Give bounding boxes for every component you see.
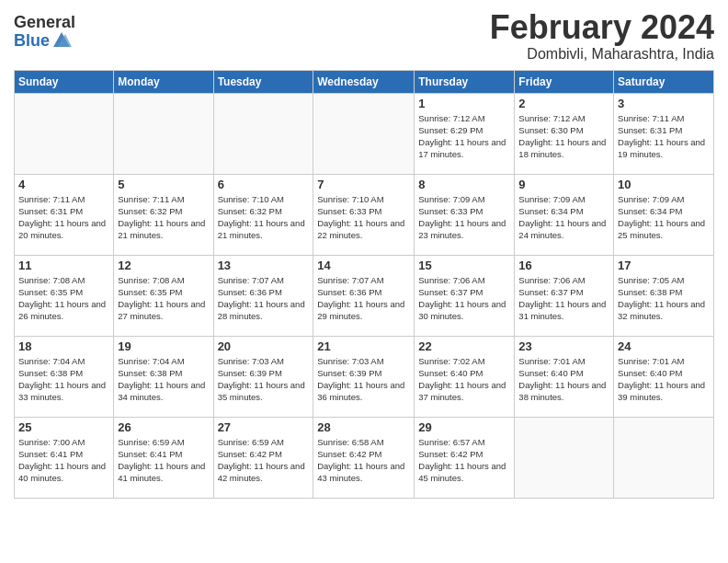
day-number: 4 [18,178,109,191]
day-info: Sunrise: 7:04 AMSunset: 6:38 PMDaylight:… [118,355,209,404]
day-number: 16 [518,259,609,272]
day-info: Sunrise: 7:12 AMSunset: 6:30 PMDaylight:… [518,112,609,161]
calendar-cell: 22Sunrise: 7:02 AMSunset: 6:40 PMDayligh… [415,336,515,417]
day-number: 23 [518,339,609,353]
day-number: 7 [317,178,410,191]
calendar-cell: 14Sunrise: 7:07 AMSunset: 6:36 PMDayligh… [313,255,415,336]
calendar-cell: 13Sunrise: 7:07 AMSunset: 6:36 PMDayligh… [213,255,313,336]
logo-icon [51,30,72,49]
day-number: 2 [518,97,609,110]
calendar-cell: 19Sunrise: 7:04 AMSunset: 6:38 PMDayligh… [114,336,213,417]
calendar-header-monday: Monday [114,70,213,93]
day-number: 18 [18,339,109,353]
calendar-cell [15,93,114,174]
day-number: 17 [618,259,710,272]
day-info: Sunrise: 7:12 AMSunset: 6:29 PMDaylight:… [418,112,510,161]
calendar-cell: 18Sunrise: 7:04 AMSunset: 6:38 PMDayligh… [15,336,114,417]
calendar-cell: 26Sunrise: 6:59 AMSunset: 6:41 PMDayligh… [114,417,213,498]
calendar-week-3: 11Sunrise: 7:08 AMSunset: 6:35 PMDayligh… [15,255,714,336]
day-info: Sunrise: 7:11 AMSunset: 6:31 PMDaylight:… [18,193,109,242]
logo-blue: Blue [14,32,50,51]
day-number: 8 [418,178,510,191]
day-number: 14 [317,259,410,272]
day-info: Sunrise: 7:03 AMSunset: 6:39 PMDaylight:… [218,355,310,404]
day-number: 20 [218,339,310,353]
calendar-cell [614,417,714,498]
calendar-table: SundayMondayTuesdayWednesdayThursdayFrid… [14,70,714,499]
calendar-cell: 5Sunrise: 7:11 AMSunset: 6:32 PMDaylight… [114,174,213,255]
day-number: 25 [18,420,109,434]
day-info: Sunrise: 7:02 AMSunset: 6:40 PMDaylight:… [418,355,510,404]
calendar-cell: 11Sunrise: 7:08 AMSunset: 6:35 PMDayligh… [15,255,114,336]
day-info: Sunrise: 7:10 AMSunset: 6:32 PMDaylight:… [218,193,310,242]
day-info: Sunrise: 7:11 AMSunset: 6:31 PMDaylight:… [618,112,710,161]
page-container: General Blue February 2024 Dombivli, Mah… [0,0,728,508]
day-number: 9 [518,178,609,191]
calendar-cell: 28Sunrise: 6:58 AMSunset: 6:42 PMDayligh… [313,417,415,498]
calendar-cell: 1Sunrise: 7:12 AMSunset: 6:29 PMDaylight… [415,93,515,174]
day-info: Sunrise: 7:09 AMSunset: 6:33 PMDaylight:… [418,193,510,242]
day-info: Sunrise: 7:07 AMSunset: 6:36 PMDaylight:… [218,274,310,323]
calendar-week-1: 1Sunrise: 7:12 AMSunset: 6:29 PMDaylight… [15,93,714,174]
calendar-cell: 16Sunrise: 7:06 AMSunset: 6:37 PMDayligh… [515,255,614,336]
calendar-cell: 23Sunrise: 7:01 AMSunset: 6:40 PMDayligh… [515,336,614,417]
calendar-cell: 21Sunrise: 7:03 AMSunset: 6:39 PMDayligh… [313,336,415,417]
calendar-cell: 10Sunrise: 7:09 AMSunset: 6:34 PMDayligh… [614,174,714,255]
day-number: 22 [418,339,510,353]
day-info: Sunrise: 6:58 AMSunset: 6:42 PMDaylight:… [317,436,410,485]
calendar-cell: 17Sunrise: 7:05 AMSunset: 6:38 PMDayligh… [614,255,714,336]
day-info: Sunrise: 7:08 AMSunset: 6:35 PMDaylight:… [18,274,109,323]
calendar-cell: 15Sunrise: 7:06 AMSunset: 6:37 PMDayligh… [415,255,515,336]
calendar-cell: 7Sunrise: 7:10 AMSunset: 6:33 PMDaylight… [313,174,415,255]
calendar-header-row: SundayMondayTuesdayWednesdayThursdayFrid… [15,70,714,93]
calendar-week-2: 4Sunrise: 7:11 AMSunset: 6:31 PMDaylight… [15,174,714,255]
day-info: Sunrise: 6:59 AMSunset: 6:41 PMDaylight:… [118,436,209,485]
subtitle: Dombivli, Maharashtra, India [490,46,714,63]
day-info: Sunrise: 7:01 AMSunset: 6:40 PMDaylight:… [518,355,609,404]
day-info: Sunrise: 7:11 AMSunset: 6:32 PMDaylight:… [118,193,209,242]
calendar-cell: 24Sunrise: 7:01 AMSunset: 6:40 PMDayligh… [614,336,714,417]
title-block: February 2024 Dombivli, Maharashtra, Ind… [490,9,714,63]
calendar-cell [213,93,313,174]
day-info: Sunrise: 6:59 AMSunset: 6:42 PMDaylight:… [218,436,310,485]
day-info: Sunrise: 7:01 AMSunset: 6:40 PMDaylight:… [618,355,710,404]
day-info: Sunrise: 7:08 AMSunset: 6:35 PMDaylight:… [118,274,209,323]
day-number: 27 [218,420,310,434]
day-number: 10 [618,178,710,191]
day-number: 5 [118,178,209,191]
day-info: Sunrise: 7:04 AMSunset: 6:38 PMDaylight:… [18,355,109,404]
calendar-cell: 6Sunrise: 7:10 AMSunset: 6:32 PMDaylight… [213,174,313,255]
calendar-header-tuesday: Tuesday [213,70,313,93]
day-number: 13 [218,259,310,272]
day-info: Sunrise: 7:09 AMSunset: 6:34 PMDaylight:… [518,193,609,242]
day-number: 24 [618,339,710,353]
logo: General Blue [14,14,75,51]
day-info: Sunrise: 7:06 AMSunset: 6:37 PMDaylight:… [518,274,609,323]
day-number: 26 [118,420,209,434]
calendar-cell [114,93,213,174]
day-info: Sunrise: 7:06 AMSunset: 6:37 PMDaylight:… [418,274,510,323]
day-info: Sunrise: 7:03 AMSunset: 6:39 PMDaylight:… [317,355,410,404]
day-info: Sunrise: 7:00 AMSunset: 6:41 PMDaylight:… [18,436,109,485]
day-number: 21 [317,339,410,353]
day-info: Sunrise: 7:05 AMSunset: 6:38 PMDaylight:… [618,274,710,323]
day-info: Sunrise: 7:07 AMSunset: 6:36 PMDaylight:… [317,274,410,323]
calendar-header-saturday: Saturday [614,70,714,93]
calendar-cell: 9Sunrise: 7:09 AMSunset: 6:34 PMDaylight… [515,174,614,255]
day-number: 12 [118,259,209,272]
calendar-header-sunday: Sunday [15,70,114,93]
calendar-cell: 8Sunrise: 7:09 AMSunset: 6:33 PMDaylight… [415,174,515,255]
calendar-cell: 25Sunrise: 7:00 AMSunset: 6:41 PMDayligh… [15,417,114,498]
calendar-cell [515,417,614,498]
day-info: Sunrise: 7:10 AMSunset: 6:33 PMDaylight:… [317,193,410,242]
calendar-cell: 4Sunrise: 7:11 AMSunset: 6:31 PMDaylight… [15,174,114,255]
calendar-cell: 3Sunrise: 7:11 AMSunset: 6:31 PMDaylight… [614,93,714,174]
day-number: 1 [418,97,510,110]
main-title: February 2024 [490,9,714,46]
day-number: 28 [317,420,410,434]
calendar-cell: 29Sunrise: 6:57 AMSunset: 6:42 PMDayligh… [415,417,515,498]
day-number: 15 [418,259,510,272]
calendar-cell: 12Sunrise: 7:08 AMSunset: 6:35 PMDayligh… [114,255,213,336]
calendar-header-thursday: Thursday [415,70,515,93]
calendar-cell: 20Sunrise: 7:03 AMSunset: 6:39 PMDayligh… [213,336,313,417]
